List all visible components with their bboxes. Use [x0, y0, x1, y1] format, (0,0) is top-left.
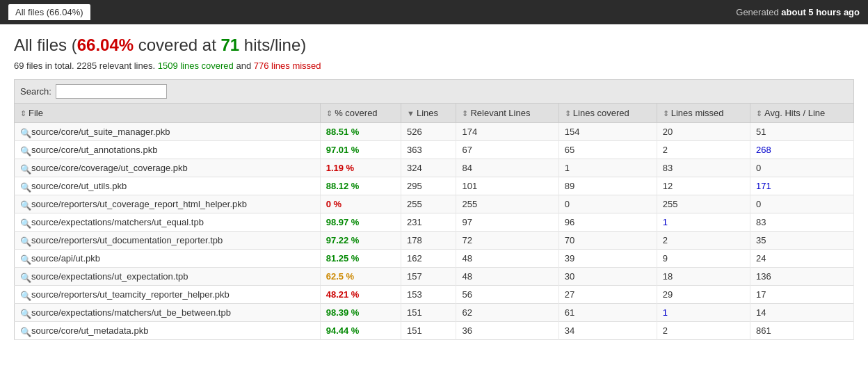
cell-lines: 255: [401, 195, 456, 213]
table-row: 🔍source/core/ut_suite_manager.pkb88.51 %…: [15, 123, 854, 141]
table-row: 🔍source/api/ut.pkb81.25 %1624839924: [15, 250, 854, 268]
cell-relevant-lines: 48: [456, 250, 558, 268]
cell-avg-hits: 17: [750, 286, 854, 304]
cell-avg-hits: 83: [750, 213, 854, 232]
cell-relevant-lines: 36: [456, 322, 558, 340]
file-link[interactable]: source/reporters/ut_documentation_report…: [31, 235, 223, 245]
cell-pct: 97.01 %: [321, 141, 401, 159]
cell-relevant-lines: 56: [456, 286, 558, 304]
cell-relevant-lines: 101: [456, 177, 558, 195]
col-lines[interactable]: ▼Lines: [401, 104, 456, 123]
cell-covered: 96: [558, 213, 657, 232]
cell-pct: 97.22 %: [321, 232, 401, 250]
cell-pct: 0 %: [321, 195, 401, 213]
cell-lines: 324: [401, 159, 456, 177]
search-row: Search:: [14, 79, 854, 103]
cell-avg-hits: 0: [750, 159, 854, 177]
cell-avg-hits: 24: [750, 250, 854, 268]
cell-relevant-lines: 255: [456, 195, 558, 213]
table-header-row: ⇕File ⇕% covered ▼Lines ⇕Relevant Lines …: [15, 104, 854, 123]
cell-pct: 81.25 %: [321, 250, 401, 268]
col-file[interactable]: ⇕File: [15, 104, 321, 123]
search-icon: 🔍: [20, 128, 29, 136]
cell-pct: 98.97 %: [321, 213, 401, 232]
file-link[interactable]: source/core/ut_utils.pkb: [31, 181, 127, 191]
col-lines-missed[interactable]: ⇕Lines missed: [657, 104, 750, 123]
cell-covered: 70: [558, 232, 657, 250]
coverage-percent: 66.04%: [77, 35, 134, 54]
search-icon: 🔍: [20, 309, 29, 317]
cell-missed: 12: [657, 177, 750, 195]
cell-relevant-lines: 62: [456, 304, 558, 322]
col-lines-covered[interactable]: ⇕Lines covered: [558, 104, 657, 123]
table-row: 🔍source/reporters/ut_documentation_repor…: [15, 232, 854, 250]
file-link[interactable]: source/reporters/ut_teamcity_reporter_he…: [31, 289, 230, 300]
cell-missed: 29: [657, 286, 750, 304]
cell-missed: 2: [657, 232, 750, 250]
file-link[interactable]: source/expectations/ut_expectation.tpb: [31, 271, 188, 282]
file-link[interactable]: source/core/ut_annotations.pkb: [31, 145, 157, 155]
cell-lines: 231: [401, 213, 456, 232]
cell-file: 🔍source/expectations/matchers/ut_equal.t…: [15, 213, 321, 231]
search-icon: 🔍: [20, 218, 29, 227]
table-row: 🔍source/core/coverage/ut_coverage.pkb1.1…: [15, 159, 854, 177]
subtitle: 69 files in total. 2285 relevant lines. …: [14, 60, 854, 71]
col-avg-hits[interactable]: ⇕Avg. Hits / Line: [750, 104, 854, 123]
lines-missed-count: 776 lines missed: [254, 60, 321, 71]
cell-file: 🔍source/reporters/ut_coverage_report_htm…: [15, 195, 321, 213]
table-row: 🔍source/core/ut_metadata.pkb94.44 %15136…: [15, 322, 854, 340]
cell-file: 🔍source/api/ut.pkb: [15, 250, 321, 267]
table-row: 🔍source/expectations/matchers/ut_be_betw…: [15, 304, 854, 322]
cell-lines: 526: [401, 123, 456, 141]
search-icon: 🔍: [20, 236, 29, 245]
cell-pct: 98.39 %: [321, 304, 401, 322]
cell-pct: 1.19 %: [321, 159, 401, 177]
main-content: All files (66.04% covered at 71 hits/lin…: [0, 24, 868, 347]
cell-lines: 151: [401, 322, 456, 340]
file-link[interactable]: source/core/ut_metadata.pkb: [31, 325, 148, 336]
cell-missed: 83: [657, 159, 750, 177]
search-label: Search:: [20, 86, 51, 97]
file-link[interactable]: source/expectations/matchers/ut_equal.tp…: [31, 217, 204, 227]
file-link[interactable]: source/core/coverage/ut_coverage.pkb: [31, 163, 188, 173]
cell-avg-hits: 136: [750, 268, 854, 286]
cell-missed: 2: [657, 322, 750, 340]
file-link[interactable]: source/core/ut_suite_manager.pkb: [31, 127, 170, 137]
cell-relevant-lines: 174: [456, 123, 558, 141]
cell-relevant-lines: 67: [456, 141, 558, 159]
table-row: 🔍source/core/ut_utils.pkb88.12 %29510189…: [15, 177, 854, 195]
cell-covered: 0: [558, 195, 657, 213]
cell-lines: 157: [401, 268, 456, 286]
col-pct-covered[interactable]: ⇕% covered: [321, 104, 401, 123]
all-files-tab[interactable]: All files (66.04%): [8, 4, 90, 20]
cell-relevant-lines: 97: [456, 213, 558, 232]
file-link[interactable]: source/api/ut.pkb: [31, 253, 100, 264]
cell-pct: 94.44 %: [321, 322, 401, 340]
page-title: All files (66.04% covered at 71 hits/lin…: [14, 35, 854, 55]
cell-pct: 88.51 %: [321, 123, 401, 141]
cell-relevant-lines: 72: [456, 232, 558, 250]
generated-info: Generated about 5 hours ago: [736, 7, 860, 17]
cell-file: 🔍source/expectations/matchers/ut_be_betw…: [15, 304, 321, 321]
search-input[interactable]: [56, 84, 167, 99]
table-row: 🔍source/reporters/ut_teamcity_reporter_h…: [15, 286, 854, 304]
cell-avg-hits: 51: [750, 123, 854, 141]
search-icon: 🔍: [20, 291, 29, 299]
cell-avg-hits: 268: [750, 141, 854, 159]
file-link[interactable]: source/reporters/ut_coverage_report_html…: [31, 199, 247, 209]
cell-missed: 1: [657, 213, 750, 232]
cell-lines: 363: [401, 141, 456, 159]
cell-covered: 89: [558, 177, 657, 195]
cell-lines: 153: [401, 286, 456, 304]
lines-covered-count: 1509 lines covered: [158, 60, 234, 71]
cell-missed: 2: [657, 141, 750, 159]
cell-file: 🔍source/core/ut_utils.pkb: [15, 177, 321, 195]
cell-pct: 88.12 %: [321, 177, 401, 195]
col-relevant-lines[interactable]: ⇕Relevant Lines: [456, 104, 558, 123]
cell-missed: 9: [657, 250, 750, 268]
cell-missed: 255: [657, 195, 750, 213]
cell-pct: 62.5 %: [321, 268, 401, 286]
cell-covered: 30: [558, 268, 657, 286]
file-link[interactable]: source/expectations/matchers/ut_be_betwe…: [31, 307, 231, 318]
cell-file: 🔍source/expectations/ut_expectation.tpb: [15, 268, 321, 285]
